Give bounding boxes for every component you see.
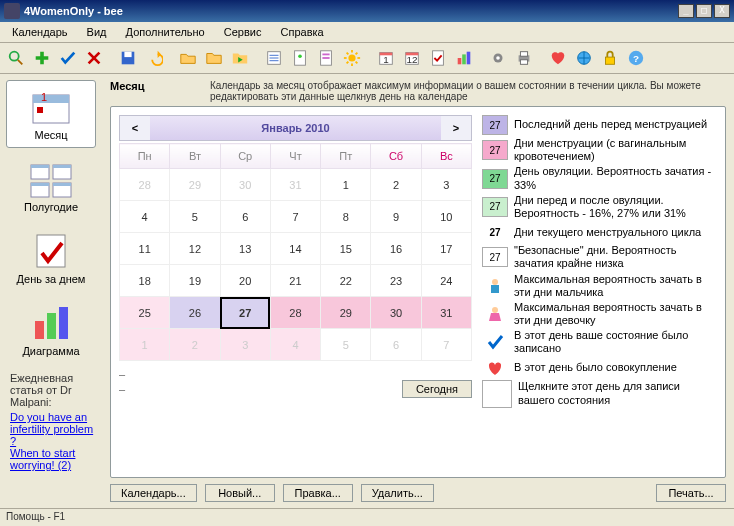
add-icon[interactable] <box>30 46 54 70</box>
legend-row: 27Дни текущего менструального цикла <box>482 222 717 242</box>
article-link-2[interactable]: When to start worrying! (2) <box>10 447 100 471</box>
heart-icon[interactable] <box>546 46 570 70</box>
calendar-day[interactable]: 24 <box>421 265 471 297</box>
menu-extra[interactable]: Дополнительно <box>118 24 213 40</box>
calendar-day[interactable]: 10 <box>421 201 471 233</box>
prev-month-button[interactable]: < <box>120 116 150 140</box>
menu-help[interactable]: Справка <box>273 24 332 40</box>
sidebar-halfyear[interactable]: Полугодие <box>6 152 96 220</box>
calendar-day[interactable]: 21 <box>270 265 320 297</box>
calendar-day[interactable]: 3 <box>421 169 471 201</box>
form-icon[interactable] <box>314 46 338 70</box>
chart-icon[interactable] <box>452 46 476 70</box>
next-month-button[interactable]: > <box>441 116 471 140</box>
calendar-day[interactable]: 27 <box>220 297 270 329</box>
cal12-icon[interactable]: 12 <box>400 46 424 70</box>
print-icon[interactable] <box>512 46 536 70</box>
calendar-day[interactable]: 8 <box>321 201 371 233</box>
calendar-day[interactable]: 31 <box>421 297 471 329</box>
svg-rect-42 <box>33 95 69 103</box>
calendar-day[interactable]: 4 <box>120 201 170 233</box>
lock-icon[interactable] <box>598 46 622 70</box>
info-dashes: –– <box>119 367 125 398</box>
calendar-day[interactable]: 30 <box>220 169 270 201</box>
menu-view[interactable]: Вид <box>79 24 115 40</box>
folder-open-icon[interactable] <box>176 46 200 70</box>
print-button[interactable]: Печать... <box>656 484 726 502</box>
sidebar-chart[interactable]: Диаграмма <box>6 296 96 364</box>
svg-rect-49 <box>31 165 49 168</box>
undo-icon[interactable] <box>142 46 166 70</box>
calendar-day[interactable]: 26 <box>170 297 220 329</box>
sun-icon[interactable] <box>340 46 364 70</box>
calendar-day[interactable]: 7 <box>421 329 471 361</box>
calendar-day[interactable]: 22 <box>321 265 371 297</box>
calendar-button[interactable]: Календарь... <box>110 484 197 502</box>
svg-text:1: 1 <box>41 91 47 103</box>
search-icon[interactable] <box>4 46 28 70</box>
cal1-icon[interactable]: 1 <box>374 46 398 70</box>
svg-rect-31 <box>467 52 471 65</box>
legend-swatch: 27 <box>482 169 508 189</box>
checkdoc-icon[interactable] <box>426 46 450 70</box>
list-icon[interactable] <box>262 46 286 70</box>
calendar-day[interactable]: 9 <box>371 201 421 233</box>
calendar-day[interactable]: 19 <box>170 265 220 297</box>
help-icon[interactable]: ? <box>624 46 648 70</box>
calendar-day[interactable]: 20 <box>220 265 270 297</box>
calendar-day[interactable]: 6 <box>371 329 421 361</box>
calendar-day[interactable]: 5 <box>170 201 220 233</box>
calendar-day[interactable]: 29 <box>170 169 220 201</box>
today-button[interactable]: Сегодня <box>402 380 472 398</box>
calendar-day[interactable]: 17 <box>421 233 471 265</box>
calendar-day[interactable]: 25 <box>120 297 170 329</box>
statusbar: Помощь - F1 <box>0 508 734 526</box>
check-icon[interactable] <box>56 46 80 70</box>
legend-text: Щелкните этот день для записи вашего сос… <box>518 380 717 406</box>
calendar-day[interactable]: 6 <box>220 201 270 233</box>
calendar-day[interactable]: 31 <box>270 169 320 201</box>
calendar-day[interactable]: 4 <box>270 329 320 361</box>
folder-play-icon[interactable] <box>228 46 252 70</box>
menu-service[interactable]: Сервис <box>216 24 270 40</box>
delete-icon[interactable] <box>82 46 106 70</box>
new-button[interactable]: Новый... <box>205 484 275 502</box>
delete-button[interactable]: Удалить... <box>361 484 434 502</box>
calendar-day[interactable]: 28 <box>120 169 170 201</box>
calendar-day[interactable]: 28 <box>270 297 320 329</box>
calendar-day[interactable]: 12 <box>170 233 220 265</box>
calendar-day[interactable]: 16 <box>371 233 421 265</box>
calendar-day[interactable]: 2 <box>170 329 220 361</box>
calendar-day[interactable]: 7 <box>270 201 320 233</box>
calendar-day[interactable]: 30 <box>371 297 421 329</box>
calendar-day[interactable]: 18 <box>120 265 170 297</box>
menu-calendar[interactable]: Календарь <box>4 24 76 40</box>
page-icon[interactable] <box>288 46 312 70</box>
calendar-day[interactable]: 11 <box>120 233 170 265</box>
folder-icon[interactable] <box>202 46 226 70</box>
calendar-day[interactable]: 13 <box>220 233 270 265</box>
calendar-day[interactable]: 3 <box>220 329 270 361</box>
globe-icon[interactable] <box>572 46 596 70</box>
maximize-button[interactable]: □ <box>696 4 712 18</box>
calendar-day[interactable]: 15 <box>321 233 371 265</box>
minimize-button[interactable]: _ <box>678 4 694 18</box>
edit-button[interactable]: Правка... <box>283 484 353 502</box>
calendar: < Январь 2010 > ПнВтСрЧтПтСбВс 282930311… <box>119 115 472 469</box>
article-link-1[interactable]: Do you have an infertility problem ? <box>10 411 100 447</box>
sidebar-month[interactable]: 1 Месяц <box>6 80 96 148</box>
sidebar-daybyday[interactable]: День за днем <box>6 224 96 292</box>
calendar-day[interactable]: 23 <box>371 265 421 297</box>
calendar-day[interactable]: 1 <box>120 329 170 361</box>
calendar-day[interactable]: 1 <box>321 169 371 201</box>
calendar-day[interactable]: 2 <box>371 169 421 201</box>
gear-icon[interactable] <box>486 46 510 70</box>
calendar-day[interactable]: 14 <box>270 233 320 265</box>
calendar-day[interactable]: 5 <box>321 329 371 361</box>
calendar-day[interactable]: 29 <box>321 297 371 329</box>
legend-swatch: 27 <box>482 247 508 267</box>
svg-rect-36 <box>520 60 527 65</box>
legend-text: Максимальная вероятность зачать в эти дн… <box>514 273 717 299</box>
save-icon[interactable] <box>116 46 140 70</box>
close-button[interactable]: X <box>714 4 730 18</box>
